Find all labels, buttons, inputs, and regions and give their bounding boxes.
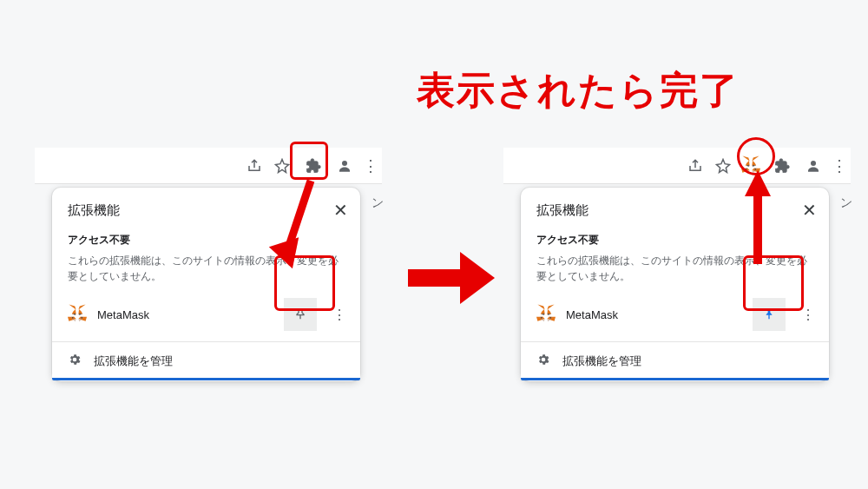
svg-point-5 bbox=[811, 161, 816, 166]
close-icon[interactable]: ✕ bbox=[333, 200, 348, 221]
extension-name: MetaMask bbox=[97, 308, 273, 321]
gear-icon bbox=[536, 353, 550, 369]
gear-icon bbox=[68, 353, 82, 369]
tab-stripe bbox=[52, 373, 360, 380]
svg-point-0 bbox=[342, 161, 347, 166]
arrow-down-icon bbox=[269, 174, 330, 274]
popup-title: 拡張機能 bbox=[536, 202, 589, 219]
browser-menu-icon[interactable]: ⋮ bbox=[363, 156, 377, 175]
arrow-right-icon bbox=[408, 252, 495, 307]
browser-toolbar: ⋮ bbox=[503, 148, 851, 184]
browser-menu-icon[interactable]: ⋮ bbox=[832, 156, 845, 175]
share-icon[interactable] bbox=[686, 156, 705, 175]
manage-label: 拡張機能を管理 bbox=[562, 354, 641, 369]
annotation-text: 表示されたら完了 bbox=[417, 65, 740, 116]
svg-marker-2 bbox=[269, 237, 307, 274]
metamask-icon bbox=[536, 303, 556, 326]
star-icon[interactable] bbox=[713, 156, 733, 175]
extension-name: MetaMask bbox=[566, 308, 742, 321]
popup-title: 拡張機能 bbox=[68, 202, 120, 219]
tab-stripe bbox=[521, 373, 829, 380]
arrow-up-icon bbox=[745, 170, 771, 264]
right-panel: ⋮ ン 拡張機能 ✕ アクセス不要 これらの拡張機能は、このサイトの情報の表示、… bbox=[503, 148, 851, 184]
metamask-icon bbox=[68, 303, 87, 326]
svg-rect-3 bbox=[408, 269, 460, 287]
background-char: ン bbox=[372, 195, 384, 211]
share-icon[interactable] bbox=[245, 156, 264, 175]
profile-icon[interactable] bbox=[804, 156, 823, 175]
manage-label: 拡張機能を管理 bbox=[94, 354, 173, 369]
browser-toolbar: ⋮ bbox=[35, 148, 382, 184]
close-icon[interactable]: ✕ bbox=[802, 200, 817, 221]
svg-marker-4 bbox=[460, 252, 495, 304]
svg-rect-7 bbox=[753, 195, 762, 264]
section-subtitle: アクセス不要 bbox=[521, 229, 829, 249]
star-icon[interactable] bbox=[273, 156, 292, 175]
svg-marker-6 bbox=[745, 170, 771, 196]
profile-icon[interactable] bbox=[335, 156, 354, 175]
left-panel: ⋮ ン 拡張機能 ✕ アクセス不要 これらの拡張機能は、このサイトの情報の表示、… bbox=[35, 148, 382, 184]
background-char: ン bbox=[840, 195, 852, 211]
svg-line-1 bbox=[288, 181, 311, 248]
